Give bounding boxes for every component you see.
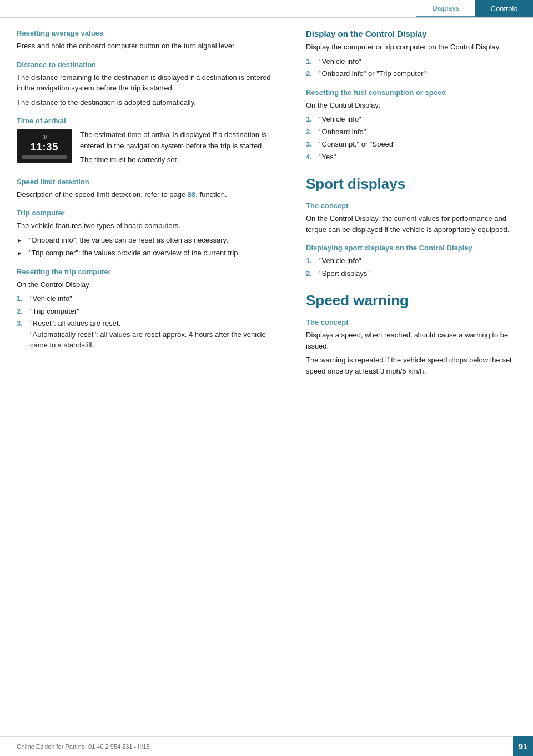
list-num: 1. [306,56,315,67]
tab-controls-label: Controls [491,4,517,13]
list-item: 1."Vehicle info" [306,255,516,266]
speed-warning-body1: Displays a speed, when reached, should c… [306,330,516,351]
tab-displays-label: Displays [432,4,459,12]
list-item: 2."Onboard info" or "Trip computer" [306,68,516,79]
list-item: ► "Onboard info": the values can be rese… [17,235,272,246]
footer-text: Online Edition for Part no. 01 40 2 954 … [17,743,150,750]
bullet-text: "Trip computer": the values provide an o… [29,248,240,259]
sport-display-list: 1."Vehicle info" 2."Sport displays" [306,255,516,279]
list-item: 2."Trip computer" [17,306,272,317]
clock-icon: ⊕ [42,133,47,140]
list-item: ► "Trip computer": the values provide an… [17,248,272,259]
section-time-heading: Time of arrival [17,117,272,125]
sport-displays-heading: Sport displays [306,175,516,193]
section-display-control-body: Display the computer or trip computer on… [306,42,516,53]
section-reset-trip-heading: Resetting the trip computer [17,268,272,276]
main-content: Resetting average values Press and hold … [0,18,533,391]
list-num: 3. [306,139,315,150]
tab-controls[interactable]: Controls [475,0,533,17]
section-trip-computer-body: The vehicle features two types of board … [17,220,272,231]
page-link[interactable]: 88 [188,190,195,199]
speed-warning-heading: Speed warning [306,292,516,309]
list-item: 2."Onboard info" [306,127,516,138]
list-num: 1. [17,293,26,304]
time-box-bar [22,155,67,159]
list-item: 1."Vehicle info" [17,293,272,304]
section-reset-fuel-heading: Resetting the fuel consumption or speed [306,88,516,97]
list-num: 2. [306,68,315,79]
reset-trip-note: "Automatically reset": all values are re… [30,330,266,350]
section-speed-limit-heading: Speed limit detection [17,178,272,186]
section-reset-trip-intro: On the Control Display: [17,279,272,290]
display-control-list: 1."Vehicle info" 2."Onboard info" or "Tr… [306,56,516,79]
sport-display-heading: Displaying sport displays on the Control… [306,244,516,252]
sport-concept-heading: The concept [306,201,516,210]
list-num: 3. [17,318,26,351]
arrow-icon: ► [17,248,24,259]
section-distance-heading: Distance to destination [17,61,272,69]
section-resetting-average-heading: Resetting average values [17,29,272,37]
time-arrival-row: ⊕ 11:35 The estimated time of arrival is… [17,129,272,169]
list-num: 2. [306,268,315,279]
page-header: Displays Controls [0,0,533,18]
section-speed-limit-body: Description of the speed limit detection… [17,189,272,200]
right-column: Display on the Control Display Display t… [289,29,516,380]
list-num: 4. [306,152,315,163]
bullet-text: "Onboard info": the values can be reset … [29,235,228,246]
list-item: 4."Yes" [306,152,516,163]
list-num: 2. [17,306,26,317]
reset-trip-list: 1."Vehicle info" 2."Trip computer" 3. "R… [17,293,272,351]
list-item: 1."Vehicle info" [306,56,516,67]
list-item: 3. "Reset": all values are reset. "Autom… [17,318,272,351]
trip-computer-bullet-list: ► "Onboard info": the values can be rese… [17,235,272,259]
time-display-box: ⊕ 11:35 [17,129,72,163]
section-resetting-average-body: Press and hold the onboard computer butt… [17,41,272,52]
tab-displays[interactable]: Displays [416,0,475,17]
section-distance-body2: The distance to the destination is adopt… [17,97,272,108]
list-item: 3."Consumpt." or "Speed" [306,139,516,150]
header-tabs: Displays Controls [416,0,533,17]
list-num: 1. [306,255,315,266]
page-footer: Online Edition for Part no. 01 40 2 954 … [0,736,533,756]
list-num: 1. [306,114,315,125]
time-value: 11:35 [30,142,58,153]
time-desc2: The time must be correctly set. [80,154,272,165]
section-distance-body1: The distance remaining to the destinatio… [17,72,272,94]
section-trip-computer-heading: Trip computer [17,209,272,217]
sport-concept-body: On the Control Display, the current valu… [306,213,516,235]
list-item: 1."Vehicle info" [306,114,516,125]
list-num: 2. [306,127,315,138]
time-desc: The estimated time of arrival is display… [80,129,272,169]
section-display-control-heading: Display on the Control Display [306,29,516,38]
time-desc1: The estimated time of arrival is display… [80,129,272,151]
speed-warning-concept-heading: The concept [306,318,516,326]
list-item: 2."Sport displays" [306,268,516,279]
speed-warning-body2: The warning is repeated if the vehicle s… [306,355,516,376]
reset-fuel-list: 1."Vehicle info" 2."Onboard info" 3."Con… [306,114,516,162]
left-column: Resetting average values Press and hold … [17,29,272,380]
section-reset-fuel-intro: On the Control Display: [306,100,516,111]
page-number: 91 [513,736,533,756]
arrow-icon: ► [17,235,24,246]
